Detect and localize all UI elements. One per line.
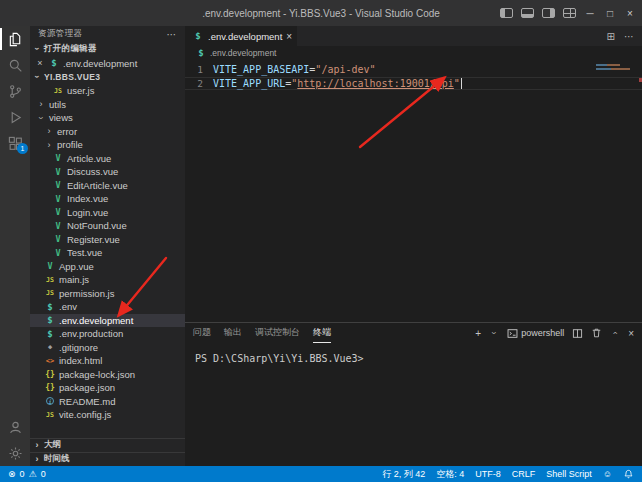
tree-item-main.js[interactable]: JSmain.js xyxy=(30,273,185,287)
tree-item-package.json[interactable]: {}package.json xyxy=(30,381,185,395)
tree-item-register.vue[interactable]: VRegister.vue xyxy=(30,233,185,247)
status-item[interactable]: CRLF xyxy=(512,469,536,479)
tree-item-error[interactable]: ›error xyxy=(30,125,185,139)
tree-item-user.js[interactable]: JSuser.js xyxy=(30,84,185,98)
panel-tab-1[interactable]: 输出 xyxy=(224,323,242,343)
account-icon[interactable] xyxy=(0,414,30,440)
explorer-icon[interactable] xyxy=(0,26,30,52)
tree-item-utils[interactable]: ›utils xyxy=(30,98,185,112)
search-icon[interactable] xyxy=(0,52,30,78)
run-debug-icon[interactable] xyxy=(0,104,30,130)
notifications-bell-icon[interactable] xyxy=(623,469,634,480)
panel-tab-3[interactable]: 终端 xyxy=(313,323,331,343)
env-file-icon: $ xyxy=(44,315,56,325)
split-editor-icon[interactable]: ⊞ xyxy=(607,31,615,42)
project-section-header[interactable]: › YI.BBS.VUE3 xyxy=(30,70,185,84)
chevron-collapsed-icon: › xyxy=(32,454,42,464)
shell-selector[interactable]: powershell xyxy=(507,328,564,339)
problems-status[interactable]: ⊗ 0 ⚠ 0 xyxy=(8,469,46,479)
tree-item-.env.development[interactable]: $.env.development xyxy=(30,314,185,328)
tree-item-vite.config.js[interactable]: JSvite.config.js xyxy=(30,408,185,422)
vue-file-icon: V xyxy=(52,207,64,217)
code-line-2[interactable]: 2VITE_APP_URL="http://localhost:19001/ap… xyxy=(185,77,642,91)
activity-bar: 1 xyxy=(0,26,30,466)
terminal-dropdown-icon[interactable]: › xyxy=(489,328,499,338)
panel-header: 问题输出调试控制台终端 + › powershell › × xyxy=(185,323,642,343)
sidebar-section-时间线[interactable]: ›时间线 xyxy=(30,452,185,466)
breadcrumb[interactable]: $ .env.development xyxy=(185,46,642,60)
tree-item-profile[interactable]: ›profile xyxy=(30,138,185,152)
editor-more-actions-icon[interactable]: ⋯ xyxy=(624,31,634,42)
toggle-secondary-sidebar-icon[interactable] xyxy=(542,8,555,18)
tree-item-label: profile xyxy=(57,139,83,150)
tree-item-article.vue[interactable]: VArticle.vue xyxy=(30,152,185,166)
tab-env-development[interactable]: $ .env.development × xyxy=(185,26,297,46)
tree-item-label: main.js xyxy=(59,274,89,285)
customize-layout-icon[interactable] xyxy=(563,8,576,18)
tree-item-label: NotFound.vue xyxy=(67,220,127,231)
tree-item-label: .env.production xyxy=(59,328,123,339)
tree-item-index.html[interactable]: <>index.html xyxy=(30,354,185,368)
status-item[interactable]: 行 2, 列 42 xyxy=(382,468,425,481)
tree-item-label: Register.vue xyxy=(67,234,120,245)
toggle-panel-icon[interactable] xyxy=(521,8,534,18)
title-bar: .env.development - Yi.BBS.Vue3 - Visual … xyxy=(0,0,642,26)
feedback-smiley-icon[interactable]: ☺ xyxy=(603,469,612,479)
tree-item-discuss.vue[interactable]: VDiscuss.vue xyxy=(30,165,185,179)
tree-item-editarticle.vue[interactable]: VEditArticle.vue xyxy=(30,179,185,193)
tree-item-package-lock.json[interactable]: {}package-lock.json xyxy=(30,368,185,382)
terminal-icon xyxy=(507,328,518,339)
sidebar-more-actions-icon[interactable]: ⋯ xyxy=(167,29,177,40)
close-panel-icon[interactable]: × xyxy=(628,328,634,339)
panel-tab-2[interactable]: 调试控制台 xyxy=(255,323,300,343)
open-editors-section-header[interactable]: › 打开的编辑器 xyxy=(30,42,185,56)
minimap[interactable] xyxy=(596,64,630,72)
tree-item-readme.md[interactable]: iREADME.md xyxy=(30,395,185,409)
maximize-button[interactable]: □ xyxy=(604,8,616,19)
tree-item-login.vue[interactable]: VLogin.vue xyxy=(30,206,185,220)
new-terminal-icon[interactable]: + xyxy=(475,328,481,339)
tree-item-label: .env.development xyxy=(59,315,133,326)
status-item[interactable]: UTF-8 xyxy=(475,469,501,479)
maximize-panel-icon[interactable]: › xyxy=(610,328,620,338)
status-item[interactable]: Shell Script xyxy=(546,469,592,479)
chevron-expanded-icon: › xyxy=(32,72,42,82)
close-icon[interactable]: × xyxy=(35,58,45,68)
settings-gear-icon[interactable] xyxy=(0,440,30,466)
code-line-1[interactable]: 1VITE_APP_BASEAPI="/api-dev" xyxy=(185,63,642,77)
split-terminal-icon[interactable] xyxy=(572,328,583,339)
tree-item-test.vue[interactable]: VTest.vue xyxy=(30,246,185,260)
chevron-collapsed-icon: › xyxy=(44,126,54,136)
env-file-icon: $ xyxy=(48,58,60,68)
env-file-icon: $ xyxy=(44,329,56,339)
close-button[interactable]: × xyxy=(624,8,636,19)
tree-item-.gitignore[interactable]: ◆.gitignore xyxy=(30,341,185,355)
tree-item-index.vue[interactable]: VIndex.vue xyxy=(30,192,185,206)
terminal-content[interactable]: PS D:\CSharp\Yi\Yi.BBS.Vue3> xyxy=(185,343,642,364)
js-file-icon: JS xyxy=(44,276,56,284)
status-item[interactable]: 空格: 4 xyxy=(436,468,464,481)
tree-item-label: views xyxy=(49,112,73,123)
source-control-icon[interactable] xyxy=(0,78,30,104)
panel-tab-0[interactable]: 问题 xyxy=(193,323,211,343)
toggle-primary-sidebar-icon[interactable] xyxy=(500,8,513,18)
tree-item-views[interactable]: ›views xyxy=(30,111,185,125)
chevron-expanded-icon: › xyxy=(32,44,42,54)
code-token: "/api-dev" xyxy=(315,64,375,75)
tree-item-label: index.html xyxy=(59,355,102,366)
tree-item-notfound.vue[interactable]: VNotFound.vue xyxy=(30,219,185,233)
open-editor-item[interactable]: ×$.env.development xyxy=(30,56,185,70)
explorer-sidebar: 资源管理器 ⋯ › 打开的编辑器 ×$.env.development › YI… xyxy=(30,26,185,466)
minimize-button[interactable]: ─ xyxy=(584,8,596,19)
kill-terminal-icon[interactable] xyxy=(591,327,602,339)
tree-item-permission.js[interactable]: JSpermission.js xyxy=(30,287,185,301)
tree-item-.env[interactable]: $.env xyxy=(30,300,185,314)
js-file-icon: JS xyxy=(52,87,64,95)
tree-item-.env.production[interactable]: $.env.production xyxy=(30,327,185,341)
sidebar-section-大纲[interactable]: ›大纲 xyxy=(30,438,185,452)
panel-tabs: 问题输出调试控制台终端 xyxy=(193,323,331,343)
panel-actions: + › powershell › × xyxy=(475,327,634,339)
tree-item-app.vue[interactable]: VApp.vue xyxy=(30,260,185,274)
extensions-icon[interactable]: 1 xyxy=(0,130,30,156)
tab-close-icon[interactable]: × xyxy=(286,31,292,42)
